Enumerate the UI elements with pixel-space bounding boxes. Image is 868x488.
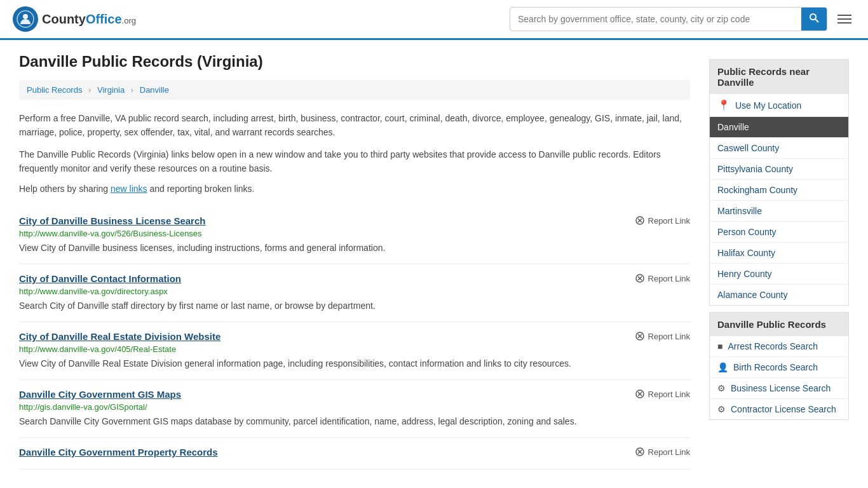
svg-line-3 — [815, 19, 818, 22]
logo-text: CountyOffice.org — [42, 12, 136, 27]
header: CountyOffice.org — [0, 0, 868, 40]
sidebar-nearby-item-7[interactable]: Henry County — [710, 264, 848, 285]
sidebar-records-title: Danville Public Records — [710, 313, 848, 336]
sidebar-record-item-1[interactable]: 👤 Birth Records Search — [710, 357, 848, 378]
sidebar-nearby-item-1[interactable]: Caswell County — [710, 138, 848, 159]
hamburger-menu-button[interactable] — [834, 11, 855, 27]
result-title-2[interactable]: City of Danville Real Estate Division We… — [19, 331, 220, 342]
help-text-prefix: Help others by sharing — [19, 184, 111, 194]
nearby-link-8[interactable]: Alamance County — [717, 290, 788, 300]
menu-line-2 — [837, 18, 851, 20]
breadcrumb-sep-2: › — [131, 85, 133, 95]
sidebar-record-item-3[interactable]: ⚙ Contractor License Search — [710, 399, 848, 419]
sidebar-nearby-item-8[interactable]: Alamance County — [710, 285, 848, 305]
nearby-link-7[interactable]: Henry County — [717, 269, 772, 279]
sidebar-nearby-item-0[interactable]: Danville — [710, 117, 848, 138]
result-url-2[interactable]: http://www.danville-va.gov/405/Real-Esta… — [19, 344, 690, 354]
nearby-items-container: DanvilleCaswell CountyPittsylvania Count… — [710, 117, 848, 305]
breadcrumb-public-records[interactable]: Public Records — [27, 85, 82, 95]
new-links-link[interactable]: new links — [111, 184, 147, 194]
results-container: City of Danville Business License Search… — [19, 207, 690, 470]
sidebar-record-item-0[interactable]: ■ Arrest Records Search — [710, 336, 848, 357]
nearby-link-2[interactable]: Pittsylvania County — [717, 164, 793, 174]
report-link-2[interactable]: Report Link — [635, 331, 690, 341]
record-icon-0: ■ — [717, 341, 722, 351]
result-header-0: City of Danville Business License Search… — [19, 215, 690, 226]
record-items-container: ■ Arrest Records Search 👤 Birth Records … — [710, 336, 848, 419]
result-title-4[interactable]: Danville City Government Property Record… — [19, 447, 218, 458]
help-text-suffix: and reporting broken links. — [147, 184, 255, 194]
record-link-3[interactable]: Contractor License Search — [731, 404, 836, 414]
nearby-link-3[interactable]: Rockingham County — [717, 185, 797, 195]
result-url-1[interactable]: http://www.danville-va.gov/directory.asp… — [19, 287, 690, 296]
search-button[interactable] — [801, 8, 827, 30]
content-area: Danville Public Records (Virginia) Publi… — [19, 53, 690, 470]
result-header-4: Danville City Government Property Record… — [19, 447, 690, 458]
result-title-0[interactable]: City of Danville Business License Search — [19, 215, 205, 226]
nearby-link-6[interactable]: Halifax County — [717, 248, 775, 258]
result-title-3[interactable]: Danville City Government GIS Maps — [19, 389, 181, 400]
description-2: The Danville Public Records (Virginia) l… — [19, 147, 690, 176]
logo-area: CountyOffice.org — [13, 6, 136, 32]
page-title: Danville Public Records (Virginia) — [19, 53, 690, 71]
record-icon-1: 👤 — [717, 362, 728, 372]
sidebar-nearby-item-4[interactable]: Martinsville — [710, 201, 848, 222]
result-header-1: City of Danville Contact Information Rep… — [19, 273, 690, 284]
sidebar-nearby-item-5[interactable]: Person County — [710, 222, 848, 243]
report-icon-2 — [635, 331, 645, 341]
result-item: City of Danville Business License Search… — [19, 207, 690, 264]
menu-line-1 — [837, 15, 851, 16]
result-url-3[interactable]: http://gis.danville-va.gov/GISportal/ — [19, 402, 690, 412]
report-icon-3 — [635, 389, 645, 399]
header-right — [510, 7, 855, 31]
breadcrumb-sep-1: › — [88, 85, 91, 95]
result-desc-3: Search Danville City Government GIS maps… — [19, 415, 690, 428]
logo-office: Office — [86, 12, 122, 26]
breadcrumb-danville[interactable]: Danville — [140, 85, 169, 95]
breadcrumb-virginia[interactable]: Virginia — [97, 85, 125, 95]
record-icon-2: ⚙ — [717, 383, 726, 393]
sidebar-use-my-location[interactable]: 📍 Use My Location — [710, 94, 848, 117]
location-icon: 📍 — [717, 99, 730, 111]
nearby-link-1[interactable]: Caswell County — [717, 143, 779, 153]
result-item: Danville City Government Property Record… — [19, 438, 690, 470]
breadcrumb: Public Records › Virginia › Danville — [19, 80, 690, 100]
nearby-link-5[interactable]: Person County — [717, 227, 776, 237]
result-item: Danville City Government GIS Maps Report… — [19, 380, 690, 438]
description-1: Perform a free Danville, VA public recor… — [19, 111, 690, 140]
report-icon-0 — [635, 215, 645, 226]
result-header-3: Danville City Government GIS Maps Report… — [19, 389, 690, 400]
logo-icon — [13, 6, 38, 32]
search-bar — [510, 7, 827, 31]
result-item: City of Danville Contact Information Rep… — [19, 264, 690, 322]
sidebar-nearby-item-6[interactable]: Halifax County — [710, 243, 848, 264]
record-link-2[interactable]: Business License Search — [731, 383, 831, 393]
search-input[interactable] — [510, 9, 801, 29]
help-text: Help others by sharing new links and rep… — [19, 184, 690, 194]
report-link-3[interactable]: Report Link — [635, 389, 690, 399]
report-link-4[interactable]: Report Link — [635, 447, 690, 457]
sidebar-nearby-section: Public Records near Danville 📍 Use My Lo… — [709, 59, 849, 306]
result-desc-0: View City of Danville business licenses,… — [19, 241, 690, 255]
sidebar-record-item-2[interactable]: ⚙ Business License Search — [710, 378, 848, 399]
result-url-0[interactable]: http://www.danville-va.gov/526/Business-… — [19, 229, 690, 238]
result-desc-1: Search City of Danville staff directory … — [19, 299, 690, 313]
svg-point-1 — [23, 14, 28, 19]
result-item: City of Danville Real Estate Division We… — [19, 322, 690, 380]
nearby-label-0: Danville — [717, 122, 749, 132]
result-title-1[interactable]: City of Danville Contact Information — [19, 273, 181, 284]
record-icon-3: ⚙ — [717, 404, 726, 414]
use-my-location-link[interactable]: Use My Location — [735, 100, 801, 111]
report-icon-1 — [635, 273, 645, 283]
record-link-1[interactable]: Birth Records Search — [733, 362, 818, 372]
sidebar-nearby-item-2[interactable]: Pittsylvania County — [710, 159, 848, 180]
result-desc-2: View City of Danville Real Estate Divisi… — [19, 357, 690, 370]
svg-point-2 — [810, 14, 816, 20]
report-link-0[interactable]: Report Link — [635, 215, 690, 226]
main-container: Danville Public Records (Virginia) Publi… — [0, 40, 868, 482]
report-icon-4 — [635, 447, 645, 457]
report-link-1[interactable]: Report Link — [635, 273, 690, 283]
nearby-link-4[interactable]: Martinsville — [717, 206, 762, 216]
record-link-0[interactable]: Arrest Records Search — [728, 341, 818, 351]
sidebar-nearby-item-3[interactable]: Rockingham County — [710, 180, 848, 201]
